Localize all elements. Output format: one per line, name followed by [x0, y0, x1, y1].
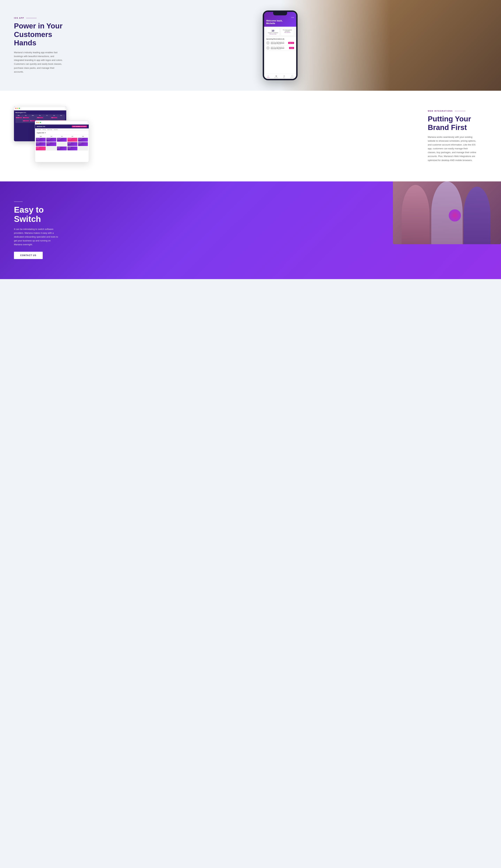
browser-toolbar-back: [14, 106, 66, 111]
easy-to-switch-section: Easy to Switch It can be intimidating to…: [0, 181, 501, 279]
logo-circle: [449, 209, 461, 221]
phone-frame: 9:41 Welcome back, Michelle 10 Classes c…: [263, 10, 298, 80]
web-left-content: Washington D.C. Mon. Tue. Wed. Thu. Fri.…: [14, 106, 417, 166]
phone-nav: ⌂ Home ▦ Reserve ⊕ Buy ◯: [264, 74, 296, 79]
cal-header-row: Mon. Tue. Wed. Thu. Fri. Sat. Sun.: [15, 114, 65, 116]
spot-button[interactable]: Spot 12: [288, 42, 294, 44]
reservation-1: 10:00 am Tuesday, Oct. 10 Arms and Abs W…: [264, 41, 296, 45]
dot-yellow: [17, 108, 18, 109]
account-icon: ◯: [288, 75, 296, 77]
switch-description: It can be intimidating to switch softwar…: [14, 227, 59, 247]
ios-right-content: 9:41 Welcome back, Michelle 10 Classes c…: [73, 10, 487, 80]
ios-label: IOS APP: [14, 17, 73, 19]
ios-description: Mariana's industry leading app enables f…: [14, 51, 63, 74]
browser-mockups: Washington D.C. Mon. Tue. Wed. Thu. Fri.…: [14, 106, 90, 166]
sched-row-2: Spin ClassSarah S. Spin ClassSarah S. Sp…: [36, 142, 88, 146]
nav-home[interactable]: ⌂ Home: [264, 75, 272, 78]
cal-row-1: Hot Yoga HIIT Pilates Yoga: [15, 116, 65, 120]
nav-reserve[interactable]: ▦ Reserve: [272, 75, 280, 78]
sched-row-1: Rhythm RideInstructor Rhythm RideInstruc…: [36, 138, 88, 142]
dark-nav: Washington D.C.: [15, 112, 65, 113]
ios-app-section: IOS APP Power in Your Customers Hands Ma…: [0, 0, 501, 91]
nav-buy[interactable]: ⊕ Buy: [280, 75, 288, 78]
browser-url-front: [42, 122, 87, 124]
sched-header: WED THU FRI SAT SUN: [36, 136, 88, 137]
person-silhouette-3: [463, 187, 491, 244]
dark-location: Washington D.C.: [15, 112, 26, 113]
front-header: MARIANA TEK VIEW MEMBER ACCOUNT: [35, 125, 89, 128]
res-class-2: Arms and Abs Workout: [271, 48, 288, 49]
browser-content-light: MARIANA TEK VIEW MEMBER ACCOUNT Schedule…: [35, 125, 89, 161]
home-icon: ⌂: [264, 75, 272, 77]
phone-mockup: 9:41 Welcome back, Michelle 10 Classes c…: [263, 10, 298, 80]
chevron-down-icon: ▾: [45, 132, 45, 134]
res-info-2: 10:00 am Tuesday, Oct. 10 Arms and Abs W…: [271, 46, 288, 50]
front-schedule: WED THU FRI SAT SUN Rhythm RideInstructo…: [35, 135, 89, 151]
res-detail-1: Sarah Smith Flatiron: [271, 44, 287, 45]
dot-yellow-front: [38, 122, 39, 123]
web-title: Putting Your Brand First: [428, 115, 487, 132]
dot-red: [15, 108, 17, 109]
contact-us-button[interactable]: CONTACT US: [14, 252, 43, 259]
front-location: Capitol Hill ▾: [35, 131, 89, 135]
switch-divider: [14, 201, 23, 202]
buy-icon: ⊕: [280, 75, 288, 77]
ios-left-content: IOS APP Power in Your Customers Hands Ma…: [14, 17, 73, 74]
passes-stat: You have passes available! View passes!: [281, 28, 294, 36]
browser-url-back: [21, 107, 65, 109]
person-silhouette-1: [402, 185, 429, 244]
web-description: Mariana works seamlessly with your exist…: [428, 135, 477, 162]
res-info-1: 10:00 am Tuesday, Oct. 10 Arms and Abs W…: [271, 41, 287, 45]
avatar-2: [266, 46, 270, 50]
ios-title: Power in Your Customers Hands: [14, 22, 73, 47]
reservations-title: Upcoming Reservations (3): [264, 37, 296, 41]
web-label: WEB INTEGRATIONS: [428, 110, 487, 112]
phone-welcome: Welcome back, Michelle: [266, 19, 294, 24]
switch-title: Easy to Switch: [14, 205, 73, 224]
browser-toolbar-front: [35, 121, 89, 125]
reservation-2: 10:00 am Tuesday, Oct. 10 Arms and Abs W…: [264, 45, 296, 51]
switch-left-content: Easy to Switch It can be intimidating to…: [14, 201, 73, 259]
web-integrations-section: Washington D.C. Mon. Tue. Wed. Thu. Fri.…: [0, 91, 501, 181]
classes-stat: 10 Classes completed View your stats: [266, 28, 280, 36]
dot-green: [19, 108, 20, 109]
res-class-1: Arms and Abs Workout: [271, 42, 287, 44]
phone-time: 9:41: [266, 17, 294, 18]
dot-green-front: [40, 122, 41, 123]
front-sub-nav: Schedule Pricing Class Type Teachers: [35, 128, 89, 131]
res-detail-2: Sarah Smith Flatiron: [271, 49, 288, 50]
web-right-content: WEB INTEGRATIONS Putting Your Brand Firs…: [428, 110, 487, 162]
nav-account[interactable]: ◯ Account: [288, 75, 296, 78]
phone-screen: 9:41 Welcome back, Michelle 10 Classes c…: [264, 12, 296, 79]
phone-notch: [273, 12, 287, 15]
phone-stats: 10 Classes completed View your stats You…: [264, 27, 296, 37]
browser-front: MARIANA TEK VIEW MEMBER ACCOUNT Schedule…: [35, 121, 89, 162]
reserve-icon: ▦: [272, 75, 280, 77]
sched-row-3: Full BodyMichelle Full BodyMichelle Full…: [36, 146, 88, 150]
people-photo: [393, 181, 501, 244]
avatar-1: [266, 41, 270, 45]
dot-red-front: [36, 122, 38, 123]
guest-button[interactable]: Guest: [289, 47, 294, 49]
